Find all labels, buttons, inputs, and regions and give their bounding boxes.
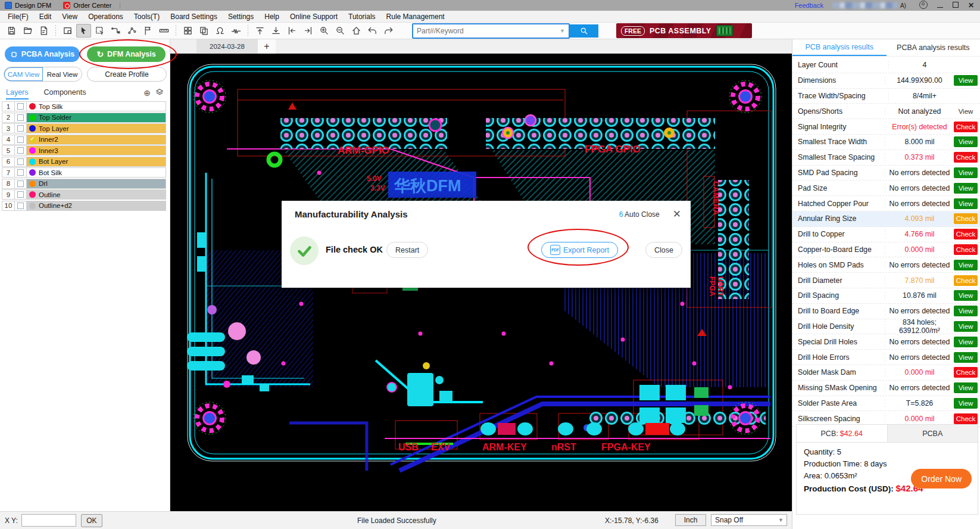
export-pdf-icon[interactable]: [36, 24, 51, 38]
zoom-out-icon[interactable]: [333, 24, 348, 38]
analysis-action-button[interactable]: View: [954, 290, 978, 301]
create-profile-button[interactable]: Create Profile: [87, 67, 167, 82]
analysis-action-button[interactable]: View: [954, 306, 978, 316]
impedance-ohm-icon[interactable]: [213, 24, 227, 38]
analysis-action-button[interactable]: Check: [954, 367, 978, 378]
restart-button[interactable]: Restart: [386, 242, 428, 258]
layer-row[interactable]: 5 Inner3: [2, 145, 166, 155]
layer-color-dot[interactable]: [29, 136, 36, 143]
dialog-close-icon[interactable]: ✕: [673, 209, 681, 219]
align-bottom-icon[interactable]: [269, 24, 283, 38]
real-view-button[interactable]: Real View: [43, 67, 82, 81]
dfm-analysis-button[interactable]: ↻ DFM Analysis: [87, 46, 166, 62]
new-tab-button[interactable]: +: [258, 39, 276, 54]
menu-item[interactable]: Online Support: [285, 13, 343, 21]
save-icon[interactable]: [4, 24, 19, 38]
search-input[interactable]: [413, 26, 556, 36]
layer-checkbox[interactable]: [17, 191, 24, 198]
layer-checkbox[interactable]: [17, 103, 24, 110]
tab-pcb-analysis-results[interactable]: PCB analysis results: [792, 39, 887, 56]
analysis-action-button[interactable]: View: [954, 337, 978, 347]
add-layer-icon[interactable]: ⊕: [143, 89, 151, 97]
layer-row[interactable]: 3 Top Layer: [2, 123, 166, 133]
analysis-action-button[interactable]: View: [954, 106, 978, 117]
layer-row[interactable]: 2 Top Solder: [2, 113, 166, 123]
nudge-right-icon[interactable]: [301, 24, 316, 38]
layer-checkbox[interactable]: [17, 181, 24, 187]
panelize-grid-icon[interactable]: [180, 24, 195, 38]
impedance-trace-icon[interactable]: [229, 24, 244, 38]
menu-item[interactable]: Tutorials: [343, 13, 381, 21]
ok-button[interactable]: OK: [81, 514, 102, 527]
menu-item[interactable]: View: [57, 13, 83, 21]
open-icon[interactable]: [20, 24, 35, 38]
order-now-button[interactable]: Order Now: [911, 469, 972, 488]
analysis-action-button[interactable]: Check: [954, 244, 978, 255]
analysis-action-button[interactable]: Check: [954, 122, 978, 132]
net-nodes-icon[interactable]: [124, 24, 139, 38]
layer-checkbox[interactable]: [17, 125, 24, 132]
pcb-assembly-banner[interactable]: FREE PCB ASSEMBLY: [616, 23, 752, 38]
layer-checkbox[interactable]: [17, 136, 24, 143]
feedback-link[interactable]: Feedback: [795, 2, 823, 9]
minimize-button[interactable]: [937, 2, 943, 9]
layer-row[interactable]: 4 Inner2: [2, 135, 166, 145]
search-dropdown-caret[interactable]: ▼: [556, 28, 569, 34]
menu-item[interactable]: Edit: [34, 13, 57, 21]
tab-pcba-quote[interactable]: PCBA: [888, 425, 978, 442]
menu-item[interactable]: Settings: [223, 13, 259, 21]
layer-color-dot[interactable]: [29, 158, 36, 165]
menu-item[interactable]: Operations: [83, 13, 129, 21]
layer-row[interactable]: 7 Bot Silk: [2, 167, 166, 178]
layer-color-dot[interactable]: [29, 125, 36, 132]
analysis-action-button[interactable]: View: [954, 198, 978, 209]
layer-checkbox[interactable]: [17, 114, 24, 121]
select-cursor-icon[interactable]: [76, 24, 91, 38]
layer-row[interactable]: 9 Outline: [2, 189, 166, 200]
layer-color-dot[interactable]: [29, 191, 36, 198]
redo-icon[interactable]: [381, 24, 396, 38]
menu-item[interactable]: Tools(T): [129, 13, 165, 21]
analysis-action-button[interactable]: View: [954, 260, 978, 270]
layer-compare-icon[interactable]: [196, 24, 211, 38]
pcba-analysis-button[interactable]: PCBA Analysis: [5, 46, 80, 62]
layer-color-dot[interactable]: [29, 181, 36, 187]
board-panel-icon[interactable]: [60, 24, 75, 38]
layer-checkbox[interactable]: [17, 203, 24, 209]
export-report-button[interactable]: PDF Export Report: [541, 242, 618, 258]
net-flag-icon[interactable]: [141, 24, 155, 38]
layer-row[interactable]: 1 Top Silk: [2, 101, 166, 111]
layer-row[interactable]: 6 Bot Layer: [2, 157, 166, 167]
layer-stack-icon[interactable]: [155, 88, 164, 98]
analysis-action-button[interactable]: View: [954, 183, 978, 194]
close-window-button[interactable]: ✕: [968, 2, 974, 9]
layer-color-dot[interactable]: [29, 103, 36, 110]
analysis-action-button[interactable]: Check: [954, 275, 978, 286]
account-icon[interactable]: [919, 1, 928, 10]
tab-layers[interactable]: Layers: [6, 88, 29, 99]
marquee-zoom-icon[interactable]: [92, 24, 107, 38]
tab-components[interactable]: Components: [44, 88, 86, 99]
analysis-action-button[interactable]: Check: [954, 229, 978, 239]
analysis-action-button[interactable]: View: [954, 352, 978, 363]
analysis-action-button[interactable]: View: [954, 321, 978, 332]
analysis-action-button[interactable]: View: [954, 167, 978, 178]
snap-dropdown[interactable]: Snap Off ▼: [711, 514, 787, 526]
close-button[interactable]: Close: [645, 242, 682, 258]
analysis-action-button[interactable]: View: [954, 398, 978, 409]
xy-input[interactable]: [21, 514, 76, 527]
zoom-in-icon[interactable]: [317, 24, 332, 38]
analysis-action-button[interactable]: Check: [954, 152, 978, 163]
analysis-action-button[interactable]: View: [954, 136, 978, 147]
search-button[interactable]: [570, 24, 598, 38]
analysis-action-button[interactable]: Check: [954, 213, 978, 224]
layer-color-dot[interactable]: [29, 147, 36, 154]
menu-item[interactable]: Help: [259, 13, 285, 21]
analysis-action-button[interactable]: View: [954, 75, 978, 86]
menu-item[interactable]: Board Settings: [165, 13, 223, 21]
analysis-action-button[interactable]: Check: [954, 413, 978, 424]
layer-color-dot[interactable]: [29, 169, 36, 176]
layer-row[interactable]: 10 Outline+d2: [2, 201, 166, 211]
layer-checkbox[interactable]: [17, 158, 24, 165]
layer-color-dot[interactable]: [29, 203, 36, 209]
